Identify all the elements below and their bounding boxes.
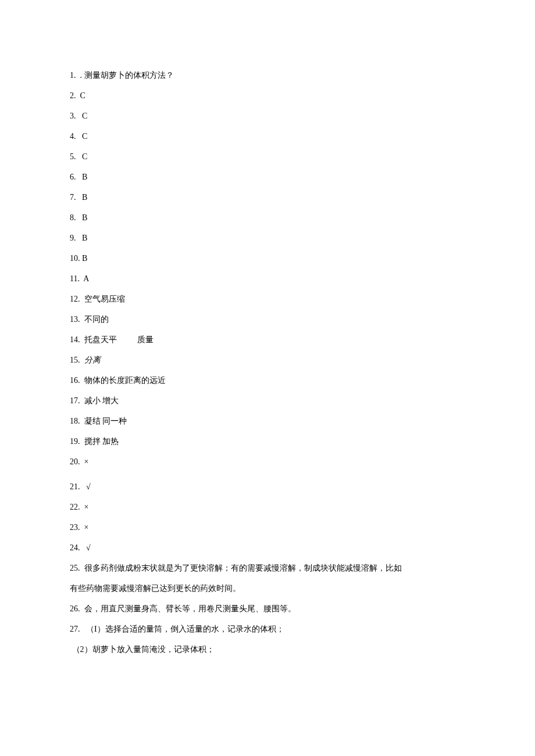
separator bbox=[76, 132, 83, 141]
answer-row: 8. B bbox=[70, 207, 465, 228]
separator bbox=[80, 315, 84, 324]
answer-row: 15. 分离 bbox=[70, 350, 465, 370]
answer-row: 23. × bbox=[70, 517, 465, 538]
answer-row: 21. √ bbox=[70, 476, 465, 497]
answer-text: 分离 bbox=[84, 356, 101, 364]
separator bbox=[80, 396, 84, 405]
answer-number: 8. bbox=[70, 213, 76, 222]
answer-row: 20. × bbox=[70, 452, 465, 472]
answer-text: B bbox=[82, 173, 87, 181]
answer-text: B bbox=[82, 234, 87, 242]
answer-number: 7. bbox=[70, 193, 76, 202]
answer-text: 物体的长度距离的远近 bbox=[84, 376, 166, 385]
separator bbox=[76, 213, 83, 222]
answer-number: 11. bbox=[70, 274, 80, 283]
separator bbox=[80, 503, 84, 511]
answer-row: 17. 减小 增大 bbox=[70, 390, 465, 411]
separator bbox=[76, 112, 83, 120]
answer-text: C bbox=[82, 112, 87, 120]
answer-row: 2. C bbox=[70, 85, 465, 106]
answer-row: 26. 会，用直尺测量身高、臂长等，用卷尺测量头尾、腰围等。 bbox=[70, 599, 465, 619]
answer-row: 27. （I）选择合适的量筒，倒入适量的水，记录水的体积； bbox=[70, 619, 465, 639]
answer-text: A bbox=[83, 274, 89, 283]
answer-row: 22. × bbox=[70, 497, 465, 517]
answer-row: 5. C bbox=[70, 146, 465, 167]
answer-text: B bbox=[82, 193, 87, 202]
answer-number: 5. bbox=[70, 152, 76, 161]
answer-text: C bbox=[82, 132, 87, 141]
answer-text: C bbox=[82, 152, 87, 161]
answer-row: 11. A bbox=[70, 268, 465, 289]
answer-text: 空气易压缩 bbox=[84, 295, 125, 303]
answer-number: 10. bbox=[70, 254, 80, 263]
separator bbox=[80, 356, 84, 364]
answer-row: 19. 搅拌 加热 bbox=[70, 431, 465, 452]
answer-number: 25. bbox=[70, 564, 80, 572]
separator bbox=[76, 173, 83, 181]
separator bbox=[76, 193, 83, 202]
answer-number: 6. bbox=[70, 173, 76, 181]
answer-text: . 测量胡萝卜的体积方法？ bbox=[80, 71, 174, 80]
answer-number: 12. bbox=[70, 295, 80, 303]
answer-row: 1. . 测量胡萝卜的体积方法？ bbox=[70, 65, 465, 85]
answer-text: （I）选择合适的量筒，倒入适量的水，记录水的体积； bbox=[86, 625, 284, 633]
separator bbox=[80, 417, 84, 425]
answer-row: 有些药物需要减慢溶解已达到更长的药效时间。 bbox=[70, 578, 465, 599]
answer-number: 2. bbox=[70, 91, 76, 100]
separator bbox=[76, 234, 83, 242]
answer-row: 14. 托盘天平 质量 bbox=[70, 329, 465, 350]
answer-row: 9. B bbox=[70, 228, 465, 248]
answer-row: （2）胡萝卜放入量筒淹没，记录体积； bbox=[70, 639, 465, 660]
answer-list: 1. . 测量胡萝卜的体积方法？2. C3. C4. C5. C6. B7. B… bbox=[70, 65, 465, 660]
answer-row: 10. B bbox=[70, 248, 465, 268]
answer-text: √ bbox=[86, 482, 91, 491]
answer-text: 不同的 bbox=[84, 315, 109, 324]
answer-text: 很多药剂做成粉末状就是为了更快溶解；有的需要减慢溶解，制成块状能减慢溶解，比如 bbox=[84, 564, 402, 572]
answer-row: 3. C bbox=[70, 106, 465, 126]
answer-row: 24. √ bbox=[70, 538, 465, 558]
separator bbox=[80, 482, 87, 491]
separator bbox=[80, 543, 87, 552]
answer-text: × bbox=[84, 457, 89, 466]
answer-number: 15. bbox=[70, 356, 80, 364]
answer-text: × bbox=[84, 523, 89, 532]
answer-text: 减小 增大 bbox=[84, 396, 119, 405]
separator bbox=[80, 295, 84, 303]
separator bbox=[80, 523, 84, 532]
answer-number: 13. bbox=[70, 315, 80, 324]
answer-number: 24. bbox=[70, 543, 80, 552]
answer-text: 凝结 同一种 bbox=[84, 417, 127, 425]
answer-row: 16. 物体的长度距离的远近 bbox=[70, 370, 465, 390]
answer-text: 托盘天平 质量 bbox=[84, 335, 154, 344]
answer-row: 13. 不同的 bbox=[70, 309, 465, 329]
answer-text: B bbox=[82, 254, 87, 263]
answer-text: B bbox=[82, 213, 87, 222]
answer-text: C bbox=[80, 91, 85, 100]
answer-row: 7. B bbox=[70, 187, 465, 207]
answer-number: 26. bbox=[70, 604, 80, 613]
answer-text: √ bbox=[86, 543, 91, 552]
answer-text: 会，用直尺测量身高、臂长等，用卷尺测量头尾、腰围等。 bbox=[84, 604, 296, 613]
answer-number: 16. bbox=[70, 376, 80, 385]
answer-number: 4. bbox=[70, 132, 76, 141]
answer-number: 18. bbox=[70, 417, 80, 425]
answer-row: 25. 很多药剂做成粉末状就是为了更快溶解；有的需要减慢溶解，制成块状能减慢溶解… bbox=[70, 558, 465, 578]
separator bbox=[80, 437, 84, 446]
separator bbox=[80, 625, 87, 633]
answer-text: 搅拌 加热 bbox=[84, 437, 119, 446]
answer-text: （2）胡萝卜放入量筒淹没，记录体积； bbox=[72, 645, 215, 654]
separator bbox=[76, 152, 83, 161]
separator bbox=[80, 604, 84, 613]
answer-number: 20. bbox=[70, 457, 80, 466]
separator bbox=[80, 457, 84, 466]
answer-number: 22. bbox=[70, 503, 80, 511]
answer-number: 21. bbox=[70, 482, 80, 491]
answer-number: 23. bbox=[70, 523, 80, 532]
separator bbox=[80, 376, 84, 385]
answer-number: 14. bbox=[70, 335, 80, 344]
answer-number: 17. bbox=[70, 396, 80, 405]
answer-row: 18. 凝结 同一种 bbox=[70, 411, 465, 431]
separator bbox=[80, 335, 84, 344]
answer-number: 19. bbox=[70, 437, 80, 446]
separator bbox=[76, 71, 80, 80]
